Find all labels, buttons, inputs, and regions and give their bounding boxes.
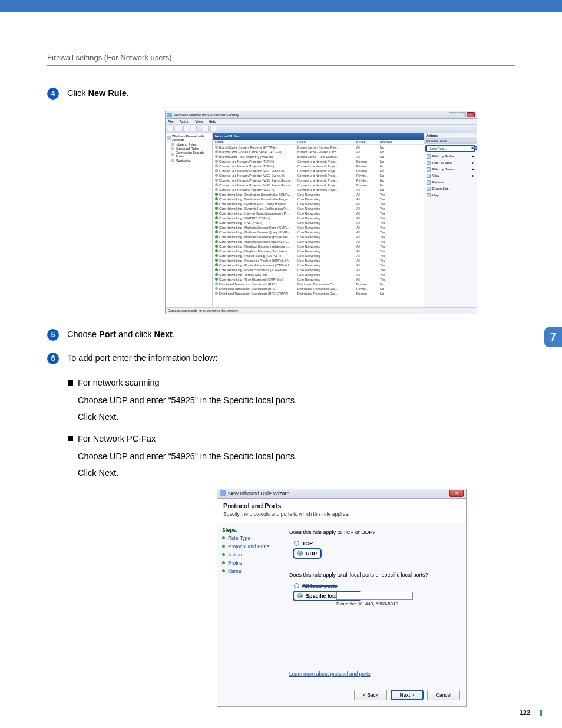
table-row[interactable]: Distributed Transaction Coordinator (RPC… [213,282,424,286]
rule-status-icon [215,268,218,271]
panel-title: Inbound Rules [213,133,424,140]
table-row[interactable]: Core Networking - Dynamic Host Configura… [213,202,424,206]
toolbar-icon[interactable] [210,126,216,131]
udp-radio-highlight[interactable]: UDP [293,548,322,559]
rules-list-panel: Inbound Rules NameGroupProfileEnabled Br… [213,133,424,307]
app-icon [167,113,172,117]
rule-status-icon [215,174,218,177]
table-row[interactable]: Core Networking - Router Solicitation (I… [213,268,424,272]
tree-panel: Windows Firewall with Advance Inbound Ru… [166,133,213,307]
table-row[interactable]: Core Networking - Internet Group Managem… [213,211,424,216]
table-row[interactable]: Connect to a Network Projector (WSD Even… [213,169,424,173]
table-row[interactable]: Core Networking - IPv6 (IPv6-In)Core Net… [213,220,424,225]
action-item[interactable]: Export List... [424,186,477,192]
toolbar-icon[interactable] [176,126,181,131]
table-row[interactable]: Core Networking - Multicast Listener Rep… [213,239,424,244]
table-row[interactable]: Core Networking - Destination Unreachabl… [213,197,424,202]
table-row[interactable]: Connect to a Network Projector (WSD-In)C… [213,187,424,192]
udp-radio[interactable] [297,551,303,556]
step-text: . [127,88,129,98]
wizard-step[interactable]: Name [222,568,276,574]
table-row[interactable]: Core Networking - Packet Too Big (ICMPv6… [213,253,424,258]
window-title: New Inbound Rule Wizard [228,490,290,496]
tree-root[interactable]: Windows Firewall with Advance [172,134,210,141]
rule-status-icon [215,160,218,163]
table-row[interactable]: Core Networking - Time Exceeded (ICMPv6-… [213,277,424,282]
table-row[interactable]: Distributed Transaction Coordinator (RPC… [213,291,424,296]
column-header[interactable]: Enabled [380,140,398,144]
action-icon [427,167,431,172]
next-button[interactable]: Next > [391,690,424,700]
new-rule-label: New Rule... [430,147,447,150]
table-row[interactable]: Core Networking - Parameter Problem (ICM… [213,258,424,263]
close-button[interactable]: × [449,490,464,497]
table-row[interactable]: Distributed Transaction Coordinator (RPC… [213,286,424,291]
rule-status-icon [215,263,218,266]
table-row[interactable]: Core Networking - Multicast Listener Rep… [213,235,424,239]
action-item[interactable]: Filter by Group▸ [424,166,477,173]
all-ports-radio[interactable] [294,583,299,588]
table-row[interactable]: Core Networking - IPHTTPS (TCP-In)Core N… [213,216,424,220]
rule-status-icon [215,278,218,281]
table-row[interactable]: Core Networking - Neighbor Discovery Sol… [213,249,424,253]
table-row[interactable]: Core Networking - Multicast Listener Don… [213,225,424,230]
table-row[interactable]: BranchCache Peer Discovery (WSD-In)Branc… [213,154,424,159]
table-row[interactable]: Core Networking - Destination Unreachabl… [213,192,424,197]
tree-node[interactable]: Inbound Rules [171,143,210,146]
table-row[interactable]: BranchCache Hosted Cache Server (HTTP-In… [213,150,424,154]
specific-ports-radio[interactable] [297,593,303,598]
screenshot-firewall-rules: Windows Firewall with Advanced Security … [165,111,477,314]
table-row[interactable]: Connect to a Network Projector (TCP-In)C… [213,164,424,169]
column-header[interactable]: Group [297,140,356,144]
menu-item[interactable]: Action [180,120,190,123]
column-header[interactable]: Profile [356,140,380,144]
toolbar-icon[interactable] [183,126,189,131]
menu-item[interactable]: Help [209,120,216,123]
t: Specific local ports [223,396,295,405]
step-text: To add port enter the information below: [67,352,218,365]
menu-item[interactable]: File [168,120,174,123]
table-row[interactable]: Core Networking - Multicast Listener Que… [213,230,424,235]
table-row[interactable]: Connect to a Network Projector (TCP-In)C… [213,159,424,164]
column-header[interactable]: Name [215,140,297,144]
tcp-radio[interactable] [294,541,299,546]
t: 54925 [171,396,195,405]
ports-input[interactable] [336,592,413,600]
table-row[interactable]: Connect to a Network Projector (WSD Even… [213,173,424,178]
wizard-step[interactable]: Protocol and Ports [222,543,276,549]
steps-label: Steps: [222,527,276,533]
action-item[interactable]: View▸ [424,173,477,179]
minimize-button[interactable] [449,112,457,117]
rule-status-icon [215,240,218,243]
step-bold: Port [99,330,116,339]
rule-status-icon [215,197,218,200]
tree-node[interactable]: Connection Security Rules [171,151,210,158]
wizard-step[interactable]: Action [222,552,276,558]
maximize-button[interactable] [458,112,466,117]
table-row[interactable]: Connect to a Network Projector (WSD Even… [213,183,424,187]
table-row[interactable]: Core Networking - Teredo (UDP-In)Core Ne… [213,272,424,277]
table-row[interactable]: BranchCache Content Retrieval (HTTP-In)B… [213,145,424,150]
back-button[interactable]: < Back [354,690,387,700]
action-item[interactable]: Filter by State▸ [424,160,477,166]
toolbar-icon[interactable] [168,126,174,131]
menu-item[interactable]: View [195,120,203,123]
learn-more-link[interactable]: Learn more about protocol and ports [289,671,371,677]
table-row[interactable]: Core Networking - Dynamic Host Configura… [213,206,424,211]
cancel-button[interactable]: Cancel [427,690,460,700]
toolbar-icon[interactable] [191,126,197,131]
toolbar-icon[interactable] [203,126,209,131]
wizard-step[interactable]: Profile [222,560,276,566]
tree-node[interactable]: Monitoring [171,159,210,162]
rule-status-icon [215,188,218,191]
tree-node[interactable]: Outbound Rules [171,147,210,150]
wizard-step[interactable]: Rule Type [222,535,276,541]
action-item[interactable]: Refresh [424,179,477,186]
table-row[interactable]: Core Networking - Router Advertisement (… [213,263,424,268]
table-row[interactable]: Core Networking - Neighbor Discovery Adv… [213,244,424,249]
step-bullet-icon [222,536,225,539]
close-button[interactable]: × [467,112,475,117]
chevron-right-icon: ▸ [472,161,474,164]
action-item[interactable]: Help [424,192,477,199]
table-row[interactable]: Connect to a Network Projector (WSD Even… [213,178,424,183]
